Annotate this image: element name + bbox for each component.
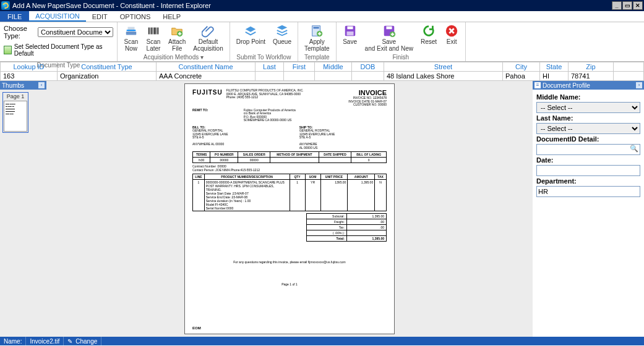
tab-help[interactable]: HELP — [157, 11, 187, 22]
cell-lookup-id: 163 — [1, 72, 58, 81]
col-city[interactable]: City — [503, 62, 540, 72]
close-button[interactable]: ✕ — [633, 1, 643, 10]
save-exit-new-button[interactable]: Save and Exit and New — [361, 23, 417, 52]
choose-type-select[interactable]: Constituent Documentation — [38, 27, 113, 37]
default-acquisition-button[interactable]: Default Acquisition — [189, 23, 226, 52]
cell-middle — [315, 72, 352, 81]
apply-template-button[interactable]: Apply Template — [301, 23, 333, 52]
tab-edit[interactable]: EDIT — [86, 11, 114, 22]
middle-name-select[interactable]: -- Select -- — [536, 102, 640, 113]
close-circle-icon — [445, 24, 458, 38]
window-titlebar: Add A New PaperSave Document - Constitue… — [0, 0, 644, 11]
edit-icon: ✎ — [67, 338, 74, 344]
cell-street: 48 Island Lakes Shore — [384, 72, 503, 81]
document-page: FUJITSU FUJITSU COMPUTER PRODUCTS OF AME… — [184, 83, 395, 334]
cell-constituent-type: Organization — [58, 72, 157, 81]
attach-file-label: Attach File — [168, 39, 186, 52]
profile-collapse-button[interactable]: › — [636, 82, 642, 88]
date-input[interactable] — [536, 165, 640, 176]
col-last[interactable]: Last — [255, 62, 284, 72]
inv-footnote: For any questions regarding this invoice… — [192, 260, 387, 264]
document-viewer[interactable]: FUJITSU FUJITSU COMPUTER PRODUCTS OF AME… — [46, 81, 533, 337]
department-label: Department: — [536, 177, 640, 185]
document-id-input[interactable] — [536, 144, 640, 155]
queue-icon — [275, 24, 289, 38]
svg-rect-11 — [314, 27, 319, 29]
status-change-button[interactable]: ✎ Change — [64, 337, 101, 345]
exit-button[interactable]: Exit — [440, 23, 463, 46]
template-icon — [310, 24, 324, 38]
thumbs-collapse-button[interactable]: ‹ — [38, 82, 45, 88]
col-dob[interactable]: DOB — [352, 62, 384, 72]
ribbon-group-workflow: Drop Point Queue Submit To Workflow — [230, 22, 298, 61]
col-constituent-name[interactable]: Constituent Name — [157, 62, 255, 72]
svg-rect-8 — [157, 28, 158, 35]
ribbon-group-template: Apply Template Template — [298, 22, 337, 61]
set-default-icon[interactable] — [4, 46, 12, 54]
minimize-button[interactable]: _ — [612, 1, 622, 10]
thumbs-title: Thumbs — [2, 82, 24, 89]
scan-now-button[interactable]: Scan Now — [120, 23, 142, 52]
floppy-icon — [343, 24, 357, 38]
svg-rect-3 — [150, 28, 151, 35]
document-id-search-icon[interactable]: 🔍 — [630, 145, 638, 153]
col-middle[interactable]: Middle — [315, 62, 352, 72]
attach-file-button[interactable]: Attach File — [165, 23, 189, 52]
group-label-workflow: Submit To Workflow — [230, 54, 298, 61]
tab-options[interactable]: OPTIONS — [114, 11, 157, 22]
middle-name-label: Middle Name: — [536, 93, 640, 101]
reset-button[interactable]: Reset — [417, 23, 440, 46]
set-default-label[interactable]: Set Selected Document Type as Default — [14, 43, 113, 57]
remit-label: REMIT TO: — [192, 108, 208, 112]
cell-first — [284, 72, 315, 81]
refresh-icon — [422, 24, 436, 38]
department-input[interactable] — [536, 186, 640, 197]
drop-point-label: Drop Point — [236, 39, 265, 46]
inv-totals-table: Subtotal:1,395.00 Freight:.00 Tax:.00 ( … — [306, 213, 387, 242]
remit-lines: Fujitsu Computer Products of America c/o… — [244, 109, 296, 122]
cell-last — [255, 72, 284, 81]
stack-icon — [244, 24, 257, 38]
drop-point-button[interactable]: Drop Point — [233, 23, 269, 46]
col-zip[interactable]: Zip — [569, 62, 614, 72]
scan-later-button[interactable]: Scan Later — [142, 23, 165, 52]
queue-label: Queue — [273, 39, 291, 46]
grid-data-row[interactable]: 163 Organization AAA Concrete 48 Island … — [1, 72, 644, 81]
status-name-label: Name: — [0, 337, 26, 345]
window-title: Add A New PaperSave Document - Constitue… — [12, 2, 612, 9]
col-street[interactable]: Street — [384, 62, 503, 72]
svg-rect-5 — [153, 28, 153, 35]
ie-icon — [1, 1, 10, 10]
cell-constituent-name: AAA Concrete — [157, 72, 255, 81]
col-first[interactable]: First — [284, 62, 315, 72]
last-name-label: Last Name: — [536, 114, 640, 122]
svg-rect-0 — [126, 32, 137, 35]
svg-rect-15 — [346, 32, 353, 35]
status-file-name[interactable]: Invoice2.tif — [26, 337, 64, 345]
barcode-icon — [147, 24, 160, 38]
cell-zip: 78741 — [569, 72, 614, 81]
thumb-page-1[interactable]: Page 1 ▬▬ ▬▬▬▬ ▬▬ ▬▬▬▬▬▬▬▬▬▬▬▬▬ ▬▬ — [2, 92, 28, 133]
apply-template-label: Apply Template — [304, 39, 330, 52]
queue-button[interactable]: Queue — [269, 23, 295, 46]
folder-plus-icon — [170, 24, 184, 38]
cell-city: Pahoa — [503, 72, 540, 81]
profile-title: Document Profile — [543, 82, 590, 89]
ribbon: Choose Type: Constituent Documentation S… — [0, 22, 644, 62]
thumbs-panel: Thumbs ‹ Page 1 ▬▬ ▬▬▬▬ ▬▬ ▬▬▬▬▬▬▬▬▬▬▬▬▬… — [0, 81, 46, 337]
main-area: Thumbs ‹ Page 1 ▬▬ ▬▬▬▬ ▬▬ ▬▬▬▬▬▬▬▬▬▬▬▬▬… — [0, 81, 644, 337]
inv-eom: EOM — [192, 326, 201, 330]
record-grid: Lookup ID Constituent Type Constituent N… — [0, 62, 644, 81]
group-label-template: Template — [298, 54, 336, 61]
status-change-label: Change — [75, 338, 97, 345]
maximize-button[interactable]: ▭ — [622, 1, 632, 10]
last-name-select[interactable]: -- Select -- — [536, 123, 640, 134]
grid-header-row: Lookup ID Constituent Type Constituent N… — [1, 62, 644, 72]
scan-later-label: Scan Later — [147, 39, 161, 52]
file-tab[interactable]: FILE — [0, 11, 29, 22]
billto-lines: GENERAL HOSPITAL 12345 EVERCURE LANE STE… — [192, 129, 228, 146]
tab-acquisition[interactable]: ACQUISITION — [29, 11, 86, 22]
save-button[interactable]: Save — [339, 23, 361, 46]
col-state[interactable]: State — [540, 62, 569, 72]
inv-brand: FUJITSU — [192, 89, 223, 96]
